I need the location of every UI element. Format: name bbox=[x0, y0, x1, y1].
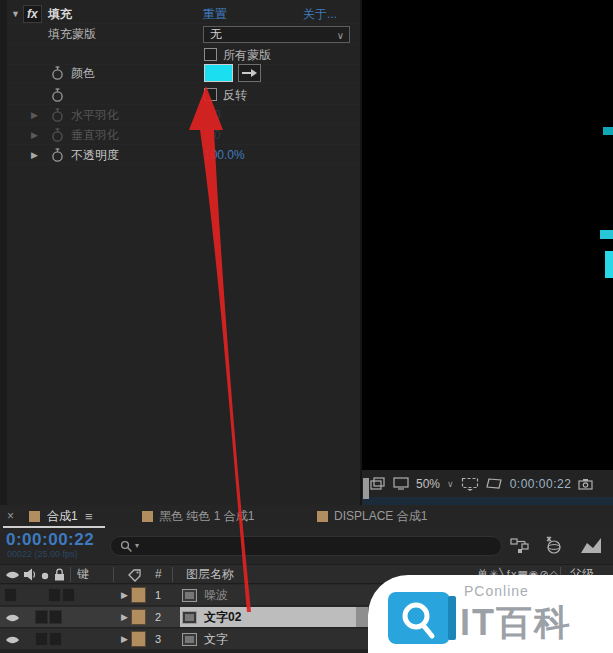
layer-name[interactable]: 噪波 bbox=[204, 585, 228, 606]
reset-link[interactable]: 重置 bbox=[203, 4, 227, 24]
eye-icon[interactable] bbox=[5, 570, 20, 580]
layer-name[interactable]: 文字 bbox=[204, 629, 228, 650]
tab-black-solid-comp1[interactable]: 黑色 纯色 1 合成1 bbox=[159, 505, 254, 528]
current-timecode[interactable]: 0:00:00:22 bbox=[6, 530, 94, 550]
eyedropper-button[interactable] bbox=[238, 64, 261, 82]
search-input[interactable]: ▾ bbox=[110, 536, 502, 556]
composition-viewer[interactable] bbox=[362, 0, 613, 470]
timeline-tab-bar: × 合成1 ≡ 黑色 纯色 1 合成1 DISPLACE 合成1 bbox=[0, 505, 613, 528]
lock-icon[interactable] bbox=[54, 568, 65, 581]
column-divider bbox=[172, 567, 173, 582]
eyedropper-icon bbox=[239, 65, 260, 81]
about-link[interactable]: 关于... bbox=[303, 4, 337, 24]
label-color-box[interactable] bbox=[131, 587, 146, 603]
label-color-box[interactable] bbox=[131, 609, 146, 625]
solo-icon[interactable] bbox=[41, 572, 49, 580]
fill-mask-row: 填充蒙版 无 ∨ bbox=[7, 24, 360, 44]
color-label: 颜色 bbox=[71, 63, 95, 83]
opacity-value[interactable]: 100.0% bbox=[204, 145, 245, 165]
stopwatch-icon[interactable] bbox=[51, 148, 64, 163]
opacity-row: ▶ 不透明度 100.0% bbox=[7, 145, 360, 165]
disclosure-triangle-icon[interactable]: ▶ bbox=[31, 145, 38, 165]
column-key[interactable]: 键 bbox=[77, 565, 89, 583]
switch-box[interactable] bbox=[49, 632, 62, 646]
draft-3d-icon[interactable] bbox=[543, 536, 563, 555]
disclosure-triangle-icon[interactable]: ▶ bbox=[121, 585, 128, 606]
layer-source-icon bbox=[182, 589, 197, 602]
chevron-down-icon: ▾ bbox=[135, 541, 139, 550]
panel-menu-icon[interactable]: ≡ bbox=[85, 505, 93, 528]
layer-source-icon bbox=[182, 633, 197, 646]
viewer-cyan-fragment bbox=[603, 127, 613, 135]
video-toggle[interactable] bbox=[4, 588, 17, 602]
disclosure-triangle-icon[interactable]: ▶ bbox=[121, 607, 128, 628]
invert-checkbox[interactable] bbox=[204, 88, 217, 101]
label-color-box[interactable] bbox=[131, 631, 146, 647]
panel-left-gutter bbox=[0, 0, 7, 505]
color-row: 颜色 bbox=[7, 63, 360, 83]
layer-number: 2 bbox=[155, 607, 161, 628]
eye-icon[interactable] bbox=[5, 635, 20, 645]
viewer-cyan-fragment bbox=[605, 251, 613, 278]
stopwatch-icon[interactable] bbox=[51, 66, 64, 81]
switch-box[interactable] bbox=[62, 588, 75, 602]
column-divider bbox=[113, 567, 114, 582]
all-masks-label: 所有蒙版 bbox=[223, 45, 271, 65]
label-tag-icon[interactable] bbox=[128, 569, 141, 582]
disclosure-triangle-icon[interactable]: ▶ bbox=[121, 629, 128, 650]
viewer-cyan-fragment bbox=[600, 230, 613, 239]
fx-badge-icon[interactable]: fx bbox=[23, 5, 42, 23]
zoom-level-dropdown[interactable]: 50% bbox=[416, 477, 440, 491]
stopwatch-icon[interactable] bbox=[51, 88, 64, 103]
region-of-interest-icon[interactable] bbox=[461, 477, 479, 491]
disclosure-triangle-icon[interactable]: ▶ bbox=[31, 125, 38, 145]
after-effects-window: ▼ fx 填充 重置 关于... 填充蒙版 无 ∨ 所有蒙版 颜色 bbox=[0, 0, 613, 653]
viewer-toolbar: 50% ∨ 0:00:00:22 bbox=[362, 470, 613, 497]
switch-box[interactable] bbox=[35, 610, 48, 624]
audio-icon[interactable] bbox=[24, 568, 36, 581]
fill-mask-label: 填充蒙版 bbox=[48, 24, 96, 44]
mini-flowchart-icon[interactable] bbox=[510, 537, 530, 554]
close-icon[interactable]: × bbox=[7, 509, 14, 523]
column-number[interactable]: # bbox=[155, 565, 162, 583]
column-divider bbox=[70, 567, 71, 582]
switch-box[interactable] bbox=[49, 610, 62, 624]
frame-count-fps: 00022 (25.00 fps) bbox=[7, 549, 78, 559]
viewer-timecode[interactable]: 0:00:00:22 bbox=[510, 477, 572, 491]
timeline-time-row: 0:00:00:22 00022 (25.00 fps) ▾ bbox=[0, 528, 613, 564]
invert-row: 反转 bbox=[7, 85, 360, 105]
switch-box[interactable] bbox=[35, 632, 48, 646]
horizontal-feather-row: ▶ 水平羽化 0.0 bbox=[7, 105, 360, 125]
stopwatch-icon[interactable] bbox=[51, 128, 64, 143]
all-masks-row: 所有蒙版 bbox=[7, 45, 360, 65]
panel-divider bbox=[362, 497, 613, 505]
all-masks-checkbox[interactable] bbox=[204, 48, 217, 61]
monitor-icon[interactable] bbox=[393, 477, 409, 490]
tab-displace-comp1[interactable]: DISPLACE 合成1 bbox=[334, 505, 427, 528]
preview-frames-icon[interactable] bbox=[370, 477, 386, 491]
stopwatch-icon[interactable] bbox=[51, 108, 64, 123]
mask-toggle-icon[interactable] bbox=[486, 477, 503, 490]
effect-header-row: ▼ fx 填充 重置 关于... bbox=[7, 4, 360, 24]
tab-comp1[interactable]: 合成1 bbox=[47, 505, 78, 528]
fill-mask-dropdown[interactable]: 无 ∨ bbox=[203, 26, 350, 43]
vertical-feather-value[interactable]: 0.0 bbox=[204, 125, 221, 145]
horizontal-feather-label: 水平羽化 bbox=[71, 105, 119, 125]
snapshot-camera-icon[interactable] bbox=[578, 478, 593, 490]
watermark-book-icon bbox=[388, 592, 450, 644]
layer-number: 1 bbox=[155, 585, 161, 606]
collapse-triangle-icon[interactable]: ▼ bbox=[11, 4, 20, 24]
layer-name[interactable]: 文字02 bbox=[204, 607, 241, 628]
graph-editor-icon[interactable] bbox=[580, 537, 602, 554]
column-layer-name[interactable]: 图层名称 bbox=[186, 565, 234, 583]
disclosure-triangle-icon[interactable]: ▶ bbox=[31, 105, 38, 125]
chevron-down-icon: ∨ bbox=[447, 479, 454, 489]
invert-label: 反转 bbox=[223, 85, 247, 105]
eye-icon[interactable] bbox=[5, 613, 20, 623]
fill-mask-value: 无 bbox=[210, 27, 222, 41]
horizontal-feather-value[interactable]: 0.0 bbox=[204, 105, 221, 125]
color-swatch[interactable] bbox=[204, 64, 233, 82]
panel-divider-handle[interactable] bbox=[363, 478, 369, 499]
switch-box[interactable] bbox=[48, 588, 61, 602]
layer-number: 3 bbox=[155, 629, 161, 650]
